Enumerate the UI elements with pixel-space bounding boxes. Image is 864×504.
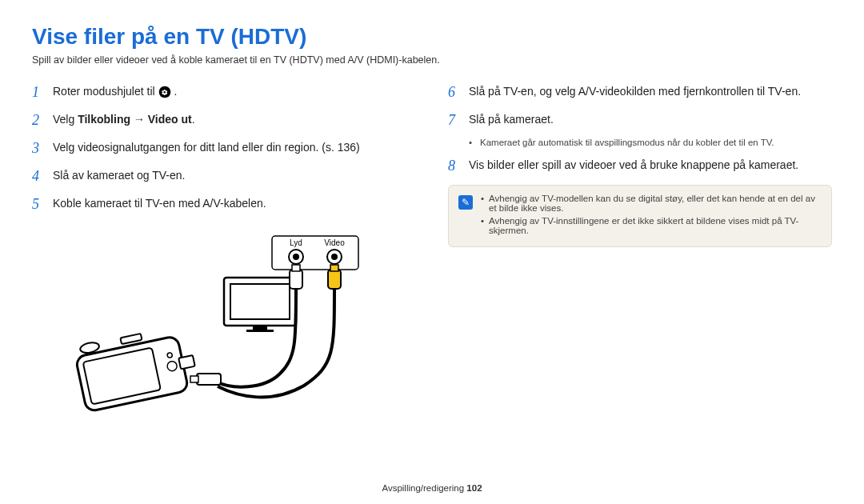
info-icon: ✎ xyxy=(458,195,473,210)
svg-rect-2 xyxy=(230,284,290,319)
step-1: 1 Roter modushjulet til . xyxy=(32,82,416,103)
footer-section: Avspilling/redigering xyxy=(382,483,466,493)
step-num-4: 4 xyxy=(32,166,45,187)
svg-rect-15 xyxy=(190,376,198,382)
step2-bold2: Video ut xyxy=(148,113,192,126)
step7-note-text: Kameraet går automatisk til avspillingsm… xyxy=(480,138,774,147)
page-subtitle: Spill av bilder eller videoer ved å kobl… xyxy=(32,54,832,66)
step-4: 4 Slå av kameraet og TV-en. xyxy=(32,166,416,187)
step-7: 7 Slå på kameraet. xyxy=(448,110,832,131)
page-footer: Avspilling/redigering 102 xyxy=(0,483,864,493)
step-num-5: 5 xyxy=(32,194,45,215)
step-num-8: 8 xyxy=(448,155,461,177)
info-note-1: Avhengig av TV-modellen kan du se digita… xyxy=(489,194,822,213)
info-box: ✎ •Avhengig av TV-modellen kan du se dig… xyxy=(448,185,832,247)
step6-text: Slå på TV-en, og velg A/V-videokilden me… xyxy=(469,82,801,103)
gear-icon xyxy=(158,85,174,98)
svg-rect-14 xyxy=(197,374,221,385)
step7-text: Slå på kameraet. xyxy=(469,110,554,131)
footer-page: 102 xyxy=(466,483,482,493)
right-column: 6 Slå på TV-en, og velg A/V-videokilden … xyxy=(448,82,832,416)
step-num-1: 1 xyxy=(32,82,45,103)
svg-rect-4 xyxy=(246,330,274,332)
step8-text: Vis bilder eller spill av videoer ved å … xyxy=(469,155,798,177)
svg-rect-20 xyxy=(178,355,195,369)
step-num-3: 3 xyxy=(32,138,45,159)
step-num-6: 6 xyxy=(448,82,461,103)
step2-pre: Velg xyxy=(53,113,78,126)
svg-rect-13 xyxy=(330,265,338,271)
svg-point-0 xyxy=(158,86,170,98)
step-8: 8 Vis bilder eller spill av videoer ved … xyxy=(448,155,832,177)
step2-bold1: Tilkobling xyxy=(78,113,130,126)
step2-arrow: → xyxy=(130,113,148,126)
svg-rect-10 xyxy=(290,270,302,289)
left-column: 1 Roter modushjulet til . 2 Velg Tilkobl… xyxy=(32,82,416,416)
step-6: 6 Slå på TV-en, og velg A/V-videokilden … xyxy=(448,82,832,103)
step4-text: Slå av kameraet og TV-en. xyxy=(53,166,186,187)
step7-note: •Kameraet går automatisk til avspillings… xyxy=(469,138,832,147)
step2-post: . xyxy=(192,113,195,126)
svg-rect-12 xyxy=(328,270,341,289)
step-5: 5 Koble kameraet til TV-en med A/V-kabel… xyxy=(32,194,416,215)
step-3: 3 Velg videosignalutgangen for ditt land… xyxy=(32,138,416,159)
svg-rect-11 xyxy=(292,265,300,271)
diagram-video-label: Video xyxy=(324,238,345,247)
svg-rect-5 xyxy=(272,236,358,270)
diagram-lyd-label: Lyd xyxy=(290,238,302,247)
step5-text: Koble kameraet til TV-en med A/V-kabelen… xyxy=(53,194,266,215)
svg-point-7 xyxy=(293,254,299,260)
info-note-2: Avhengig av TV-innstillingene er det ikk… xyxy=(489,216,822,235)
step-2: 2 Velg Tilkobling → Video ut. xyxy=(32,110,416,131)
step1-pre: Roter modushjulet til xyxy=(53,85,158,98)
page-title: Vise filer på en TV (HDTV) xyxy=(32,24,832,50)
step-num-7: 7 xyxy=(448,110,461,131)
svg-point-9 xyxy=(331,254,338,260)
diagram-camera-tv: Lyd Video xyxy=(32,230,416,416)
step1-post: . xyxy=(174,85,177,98)
svg-point-18 xyxy=(167,352,173,358)
step3-text: Velg videosignalutgangen for ditt land e… xyxy=(53,138,360,159)
step-num-2: 2 xyxy=(32,110,45,131)
svg-rect-3 xyxy=(253,326,267,330)
